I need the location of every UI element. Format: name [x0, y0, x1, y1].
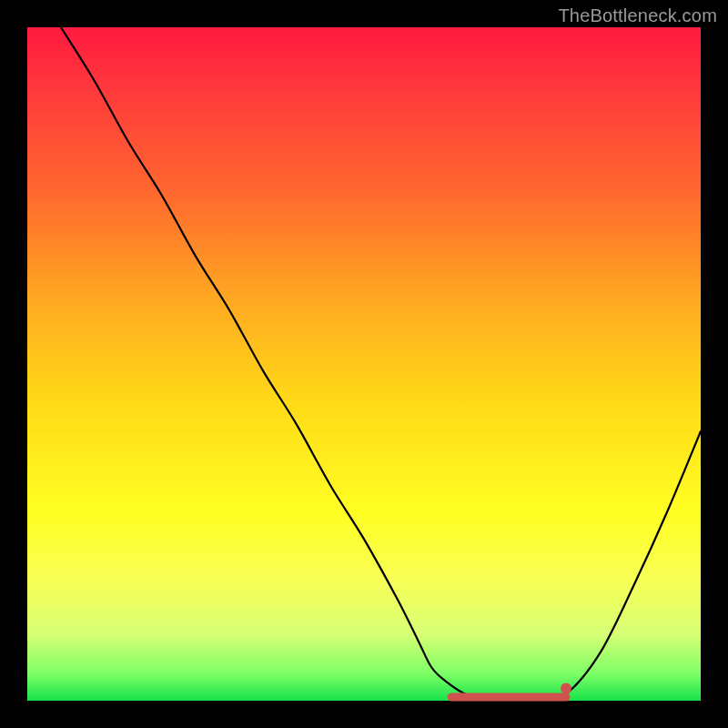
plot-area	[27, 27, 701, 701]
watermark-text: TheBottleneck.com	[558, 5, 717, 26]
curve-svg	[27, 27, 701, 701]
highlight-dot	[561, 683, 571, 694]
chart-container: TheBottleneck.com	[0, 0, 728, 728]
bottleneck-curve	[61, 27, 701, 702]
